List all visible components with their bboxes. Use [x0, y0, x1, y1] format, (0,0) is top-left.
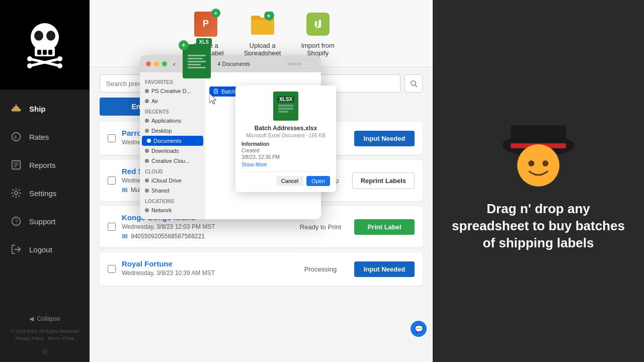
input-needed-button-2[interactable]: Input Needed — [354, 261, 415, 277]
dialog-sidebar-item[interactable]: Desktop — [140, 126, 205, 136]
shipment-checkbox[interactable] — [108, 223, 116, 231]
preview-filetype: Microsoft Excel Document · 166 KB — [242, 133, 330, 138]
dialog-cloud-label: Cloud — [140, 166, 205, 175]
dialog-sidebar: Favorites PS Creative D... Air Recents A… — [140, 72, 205, 219]
input-needed-button[interactable]: Input Needed — [354, 131, 415, 146]
sidebar-logo — [0, 0, 90, 89]
dialog-forward-btn[interactable]: › — [178, 60, 180, 68]
svg-point-5 — [34, 31, 43, 41]
svg-rect-15 — [15, 105, 17, 108]
dialog-sidebar-item[interactable]: Network — [140, 205, 205, 215]
item-dot — [145, 159, 149, 163]
svg-point-40 — [528, 160, 534, 166]
settings-icon — [9, 186, 23, 200]
shipment-date: Wednesday, 3/8/23 10:39 AM MST — [122, 269, 287, 277]
sidebar-footer: ◀ Collapse © 2014-2023. All Rights Reser… — [0, 306, 90, 362]
svg-rect-32 — [278, 105, 293, 107]
upload-icon-wrap: + — [248, 10, 278, 38]
sidebar-item-ship[interactable]: Ship — [0, 95, 90, 123]
preview-xlsx-icon: XLSX — [273, 92, 298, 121]
dialog-sidebar-item[interactable]: PS Creative D... — [140, 86, 205, 96]
svg-rect-30 — [214, 89, 218, 94]
sidebar-item-label: Ship — [29, 105, 46, 113]
svg-point-6 — [46, 31, 55, 41]
sidebar-item-label: Support — [29, 217, 56, 226]
shipment-date: Wednesday, 3/8/23 12:03 PM MST — [122, 223, 287, 230]
dialog-sidebar-item[interactable]: Applications — [140, 116, 205, 126]
upload-spreadsheet-action[interactable]: + Upload a Spreadsheet — [244, 10, 281, 57]
svg-text:$: $ — [14, 135, 17, 140]
main-content: + Create a Single Label + Upload a Sprea… — [90, 0, 433, 362]
ship-icon — [9, 102, 23, 116]
preview-xlsx-lines — [278, 105, 293, 117]
sidebar-item-support[interactable]: ? Support — [0, 207, 90, 235]
dialog-sidebar-item[interactable]: iCloud Drive — [140, 175, 205, 186]
sidebar: Ship $ Rates — [0, 0, 90, 362]
item-dot — [147, 139, 151, 143]
chat-badge-button[interactable]: 💬 — [411, 321, 427, 337]
create-label-icon-wrap: + — [191, 10, 221, 38]
shipment-row: Royal Fortune Wednesday, 3/8/23 10:39 AM… — [100, 252, 423, 286]
dialog-minimize-dot[interactable] — [154, 61, 159, 66]
svg-rect-34 — [278, 111, 288, 113]
usps-icon: ✉ — [122, 186, 128, 194]
reprint-labels-button[interactable]: Reprint Labels — [352, 172, 415, 189]
dialog-search-input[interactable]: Search — [285, 59, 315, 68]
pirate-emoji — [498, 110, 579, 191]
svg-point-22 — [15, 192, 18, 195]
shipment-checkbox[interactable] — [108, 265, 116, 273]
show-more-link[interactable]: Show More — [242, 162, 330, 167]
dialog-cancel-button[interactable]: Cancel — [276, 176, 303, 186]
sidebar-item-rates[interactable]: $ Rates — [0, 123, 90, 151]
dialog-sidebar-item[interactable]: Creative Clou... — [140, 156, 205, 166]
dialog-back-btn[interactable]: ‹ — [173, 60, 176, 68]
dialog-sidebar-item-documents[interactable]: Documents — [142, 136, 203, 146]
usps-icon: ✉ — [122, 232, 128, 240]
dialog-sidebar-item[interactable]: Shared — [140, 186, 205, 196]
dialog-sidebar-item[interactable]: Air — [140, 96, 205, 106]
shipment-labels: ✉ 9405509205568587568221 — [122, 232, 287, 240]
folder-icon: + — [249, 12, 276, 37]
svg-point-11 — [57, 63, 62, 68]
svg-text:?: ? — [15, 219, 18, 224]
upload-text: Upload a Spreadsheet — [244, 42, 281, 57]
print-label-button[interactable]: Print Label — [354, 219, 415, 235]
sidebar-item-reports[interactable]: Reports — [0, 151, 90, 179]
svg-rect-3 — [43, 50, 47, 55]
shipment-checkbox[interactable] — [108, 176, 116, 185]
file-preview-panel: XLSX Batch Addresses.xlsx Microsoft Exce… — [235, 85, 336, 192]
search-button[interactable] — [405, 74, 423, 93]
collapse-button[interactable]: ◀ Collapse — [0, 311, 90, 326]
svg-text:+: + — [267, 12, 270, 19]
reports-icon — [9, 158, 23, 172]
dialog-close-dot[interactable] — [146, 61, 151, 66]
preview-created-label: Created — [242, 148, 330, 153]
item-dot — [145, 99, 149, 103]
support-icon: ? — [9, 214, 23, 228]
svg-point-10 — [57, 56, 62, 61]
shopify-icon-wrap — [303, 10, 333, 38]
item-dot — [145, 119, 149, 123]
right-panel-headline: Drag n' drop any spreadsheet to buy batc… — [448, 201, 629, 251]
dialog-open-button[interactable]: Open — [306, 176, 330, 186]
shopify-icon — [306, 13, 330, 36]
preview-info-label: Information — [242, 141, 330, 147]
dialog-fullscreen-dot[interactable] — [162, 61, 167, 66]
dialog-sidebar-item[interactable]: Downloads — [140, 146, 205, 156]
sidebar-item-label: Logout — [29, 245, 52, 254]
footer-skull-icon: ☠ — [0, 346, 90, 357]
import-shopify-action[interactable]: Import from Shopify — [301, 10, 334, 57]
dialog-recents-label: Recents — [140, 106, 205, 116]
shipment-checkbox[interactable] — [108, 134, 116, 142]
shipment-name[interactable]: Royal Fortune — [122, 259, 287, 268]
dialog-title: 4 Documents — [186, 61, 282, 67]
preview-actions: Cancel Open — [242, 171, 330, 186]
pirate-emoji-area — [498, 110, 579, 191]
logout-icon — [9, 242, 23, 256]
sidebar-item-settings[interactable]: Settings — [0, 179, 90, 207]
item-dot — [145, 189, 149, 193]
shipment-status: Processing — [293, 265, 348, 273]
sidebar-item-logout[interactable]: Logout — [0, 235, 90, 263]
create-single-label-action[interactable]: + Create a Single Label — [188, 10, 224, 57]
svg-rect-4 — [48, 50, 52, 55]
